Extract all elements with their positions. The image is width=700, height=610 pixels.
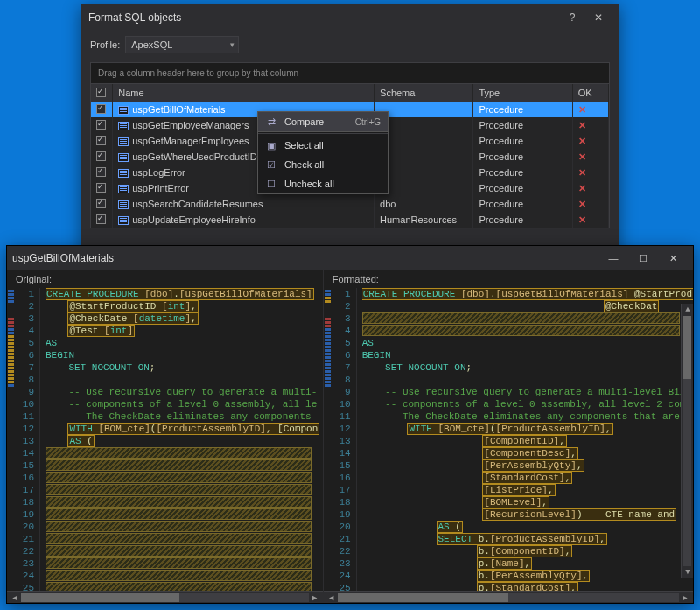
hscroll-left-btn-r[interactable]: ◄ <box>326 593 338 602</box>
row-checkbox[interactable] <box>96 199 106 208</box>
row-checkbox[interactable] <box>96 183 106 193</box>
hscroll-right-btn-r[interactable]: ► <box>679 593 691 602</box>
overview-ruler-left[interactable] <box>7 288 16 591</box>
hscrollbar-left[interactable]: ◄ ► <box>7 591 323 603</box>
original-pane: Original: 123456789101112131415161718192… <box>7 270 324 603</box>
editor-close-button[interactable]: ✕ <box>658 253 688 264</box>
editor-title: uspGetBillOfMaterials <box>12 252 598 264</box>
ctx-select-all-label: Select all <box>284 140 324 151</box>
procedure-icon <box>118 153 129 162</box>
vscroll-up-btn[interactable]: ▲ <box>682 304 693 316</box>
ctx-check-all-label: Check all <box>284 159 324 170</box>
hscrollbar-right[interactable]: ◄ ► <box>324 591 693 603</box>
procedure-icon <box>118 216 129 225</box>
close-button[interactable]: ✕ <box>585 8 612 27</box>
ctx-check-all[interactable]: ☑ Check all <box>258 155 388 174</box>
editor-titlebar[interactable]: uspGetBillOfMaterials — ☐ ✕ <box>7 246 693 270</box>
error-icon: ✕ <box>578 136 586 146</box>
error-icon: ✕ <box>578 151 586 162</box>
ctx-compare-label: Compare <box>284 116 324 127</box>
col-schema[interactable]: Schema <box>374 84 473 102</box>
table-row[interactable]: uspUpdateEmployeeHireInfoHumanResourcesP… <box>91 212 609 228</box>
original-code-area[interactable]: 1234567891011121314151617181920212223242… <box>7 288 323 591</box>
error-icon: ✕ <box>578 183 586 193</box>
profile-label: Profile: <box>90 39 120 50</box>
gutter-right: 1234567891011121314151617181920212223242… <box>332 288 357 591</box>
row-checkbox[interactable] <box>96 104 106 114</box>
col-type[interactable]: Type <box>473 84 572 102</box>
col-name[interactable]: Name <box>113 84 374 102</box>
ctx-select-all[interactable]: ▣ Select all <box>258 136 388 155</box>
profile-select[interactable]: ApexSQL <box>125 36 239 53</box>
check-all-ctx-icon: ☑ <box>265 158 277 171</box>
row-checkbox[interactable] <box>96 214 106 224</box>
row-checkbox[interactable] <box>96 120 106 130</box>
context-menu: ⇄ Compare Ctrl+G ▣ Select all ☑ Check al… <box>257 111 388 194</box>
code-right[interactable]: CREATE PROCEDURE [dbo].[uspGetBillOfMate… <box>357 288 693 591</box>
profile-value: ApexSQL <box>131 39 172 50</box>
col-check[interactable] <box>91 84 113 102</box>
vscrollbar-right[interactable]: ▲ ▼ <box>681 304 693 578</box>
formatted-pane: Formatted: 12345678910111213141516171819… <box>324 270 693 603</box>
gutter-left: 1234567891011121314151617181920212223242… <box>16 288 40 591</box>
hscroll-left-btn[interactable]: ◄ <box>9 593 21 602</box>
ctx-compare[interactable]: ⇄ Compare Ctrl+G <box>258 112 388 131</box>
procedure-icon <box>118 106 129 115</box>
row-checkbox[interactable] <box>96 167 106 177</box>
select-all-icon: ▣ <box>265 139 277 151</box>
ctx-uncheck-all-label: Uncheck all <box>284 179 334 189</box>
error-icon: ✕ <box>578 214 586 225</box>
help-button[interactable]: ? <box>559 8 585 27</box>
maximize-button[interactable]: ☐ <box>628 253 658 264</box>
ctx-uncheck-all[interactable]: ☐ Uncheck all <box>258 174 388 193</box>
table-row[interactable]: uspSearchCandidateResumesdboProcedure✕ <box>91 196 609 212</box>
uncheck-all-icon: ☐ <box>265 178 277 190</box>
hscroll-track-left[interactable] <box>21 593 309 602</box>
procedure-icon <box>118 137 129 146</box>
procedure-icon <box>118 200 129 209</box>
ctx-separator <box>258 133 388 134</box>
procedure-icon <box>118 169 129 178</box>
overview-ruler-right[interactable] <box>324 288 332 591</box>
compare-icon: ⇄ <box>265 116 277 128</box>
check-all-icon[interactable] <box>96 88 106 97</box>
error-icon: ✕ <box>578 120 586 130</box>
formatted-code-area[interactable]: 1234567891011121314151617181920212223242… <box>324 288 693 591</box>
group-by-hint[interactable]: Drag a column header here to group by th… <box>91 63 609 84</box>
error-icon: ✕ <box>578 167 586 178</box>
hscroll-track-right[interactable] <box>338 593 679 602</box>
error-icon: ✕ <box>578 104 586 115</box>
error-icon: ✕ <box>578 199 586 209</box>
ctx-compare-shortcut: Ctrl+G <box>355 117 381 127</box>
format-title: Format SQL objects <box>88 11 559 24</box>
code-left[interactable]: CREATE PROCEDURE [dbo].[uspGetBillOfMate… <box>40 288 323 591</box>
procedure-icon <box>118 185 129 193</box>
formatted-label: Formatted: <box>324 270 693 288</box>
procedure-icon <box>118 122 129 130</box>
diff-editor-window: uspGetBillOfMaterials — ☐ ✕ Original: 12… <box>6 245 694 604</box>
original-label: Original: <box>7 270 323 288</box>
row-checkbox[interactable] <box>96 151 106 161</box>
profile-row: Profile: ApexSQL <box>81 31 619 59</box>
hscroll-right-btn[interactable]: ► <box>309 593 321 602</box>
row-checkbox[interactable] <box>96 136 106 145</box>
minimize-button[interactable]: — <box>598 253 628 263</box>
diff-panes: Original: 123456789101112131415161718192… <box>7 270 693 603</box>
format-titlebar[interactable]: Format SQL objects ? ✕ <box>81 4 619 31</box>
col-ok[interactable]: OK <box>572 84 608 102</box>
vscroll-down-btn[interactable]: ▼ <box>682 566 693 578</box>
